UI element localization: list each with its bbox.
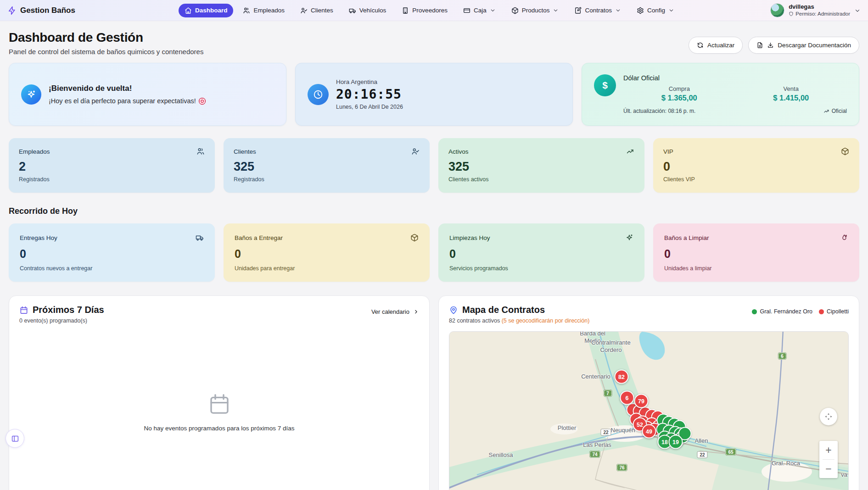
map-place-label: Contralmirante Cordero [591,339,630,354]
nav-productos[interactable]: Productos [505,4,565,17]
users-icon [196,147,205,156]
welcome-message: ¡Hoy es el día perfecto para superar exp… [49,97,196,105]
nav-label: Productos [522,7,550,14]
nav-items: Dashboard Empleados Clientes Vehículos P… [104,4,755,17]
chevron-down-icon [615,7,621,13]
nav-empleados[interactable]: Empleados [237,4,291,17]
pan-arrows-icon [824,412,833,421]
road-badge: 65 [725,449,736,456]
dollar-icon: $ [594,74,616,96]
stat-label: VIP [663,148,673,155]
map-place-label: Allen [695,437,708,445]
target-emoji [199,98,206,105]
nav-label: Contratos [585,7,612,14]
map-marker[interactable]: 19 [669,435,683,449]
nav-contratos[interactable]: Contratos [568,4,627,17]
map-place-label: Las Perlas [583,441,611,449]
map-place-label: Senillosa [489,451,513,459]
brand: Gestion Baños [7,6,104,15]
card-sublabel: Contratos nuevos a entregar [20,265,204,272]
sidebar-toggle-button[interactable] [6,429,24,448]
page-title: Dashboard de Gestión [9,30,203,45]
package-icon [841,147,849,156]
stat-sublabel: Clientes activos [448,176,634,183]
package-icon [511,7,519,14]
upcoming-subtitle: 0 evento(s) programado(s) [19,317,104,324]
map-place-label: Gral. Roca [772,460,800,467]
brand-name: Gestion Baños [20,6,75,15]
users-icon [243,7,250,14]
map-canvas[interactable]: Barda del MedioContralmirante CorderoCen… [449,331,849,490]
chevron-down-icon [490,7,496,13]
map-marker[interactable]: 49 [642,424,656,439]
map-marker[interactable]: 79 [634,394,649,408]
truck-icon [349,7,356,14]
sparkles-icon [625,234,633,242]
zap-icon [7,6,17,15]
gear-icon [637,7,644,14]
nav-config[interactable]: Config [631,4,680,17]
card-label: Entregas Hoy [20,234,57,241]
road-badge: 76 [616,464,627,471]
road-badge: 7 [604,390,612,397]
map-marker[interactable]: 82 [615,370,629,384]
package-icon [410,234,419,242]
refresh-button[interactable]: Actualizar [689,37,743,54]
welcome-title: ¡Bienvenido de vuelta! [49,84,206,93]
dollar-updated: Últ. actualización: 08:16 p. m. [623,108,695,114]
nav-vehiculos[interactable]: Vehículos [343,4,392,17]
clock-card: Hora Argentina 20:16:55 Lunes, 6 De Abri… [295,63,573,126]
card-banos-a-entregar: Baños a Entregar 0 Unidades para entrega… [224,223,430,282]
calendar-empty-state: No hay eventos programados para los próx… [19,392,419,432]
card-sublabel: Unidades a limpiar [664,265,848,272]
dollar-title: Dólar Oficial [623,74,847,82]
map-title: Mapa de Contratos [462,305,545,315]
file-pen-icon [574,7,582,14]
nav-label: Config [647,7,665,14]
stat-label: Activos [448,148,469,155]
user-menu[interactable]: dvillegas Permiso: Administrador [755,3,861,17]
building-icon [402,7,409,14]
stat-activos: Activos 325 Clientes activos [438,138,644,193]
map-legend: Gral. Fernández Oro Cipolletti [752,308,849,315]
legend-dot-green [752,309,757,314]
user-check-icon [300,7,308,14]
panel-left-icon [11,434,19,443]
map-place-label: Centenario [581,373,610,380]
view-calendar-link[interactable]: Ver calendario [371,308,419,315]
card-value: 0 [664,247,848,261]
buy-label: Compra [623,85,735,92]
map-pan-button[interactable] [820,408,837,425]
map-place-label: Plottier [558,424,576,432]
trending-up-icon [626,147,634,156]
dollar-card: $ Dólar Oficial Compra $ 1.365,00 Venta … [582,63,859,126]
stat-sublabel: Clientes VIP [663,176,849,183]
map-subtitle: 82 contratos activos [449,317,500,324]
clock-date: Lunes, 6 De Abril De 2026 [336,104,403,110]
card-entregas-hoy: Entregas Hoy 0 Contratos nuevos a entreg… [9,223,215,282]
nav-label: Vehículos [359,7,386,14]
home-icon [185,7,192,14]
card-banos-a-limpiar: Baños a Limpiar 0 Unidades a limpiar [653,223,859,282]
card-value: 0 [20,247,204,261]
user-name: dvillegas [789,3,850,11]
upcoming-panel: Próximos 7 Días 0 evento(s) programado(s… [9,295,430,490]
download-docs-button[interactable]: Descargar Documentación [748,37,859,54]
map-place-label: Neuquén [611,427,635,434]
nav-label: Dashboard [195,7,228,14]
card-limpiezas-hoy: Limpiezas Hoy 0 Servicios programados [438,223,644,282]
nav-proveedores[interactable]: Proveedores [396,4,454,17]
nav-caja[interactable]: Caja [457,4,502,17]
user-check-icon [411,147,420,156]
zoom-out-button[interactable]: − [819,460,838,478]
nav-clientes[interactable]: Clientes [294,4,339,17]
card-sublabel: Unidades para entregar [235,265,419,272]
road-badge: 22 [697,451,707,458]
map-marker[interactable]: 6 [620,391,634,405]
sell-label: Venta [735,85,847,92]
nav-dashboard[interactable]: Dashboard [179,4,234,17]
zoom-in-button[interactable]: + [819,441,838,459]
map-pin-icon [449,306,458,315]
sparkles-icon [21,84,41,105]
map-zoom-control: + − [819,441,838,478]
